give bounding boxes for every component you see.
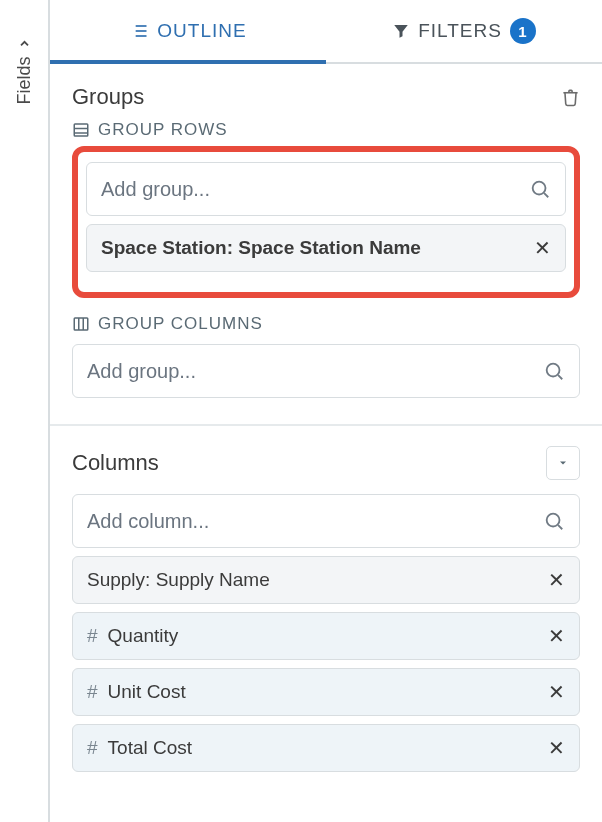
tab-filters-label: FILTERS <box>418 20 502 42</box>
groups-title: Groups <box>72 84 144 110</box>
group-rows-label: GROUP ROWS <box>98 120 228 140</box>
column-pill-label: Unit Cost <box>108 681 186 703</box>
remove-group-row-icon[interactable]: ✕ <box>534 236 551 260</box>
tab-outline[interactable]: OUTLINE <box>50 0 326 62</box>
columns-dropdown-button[interactable] <box>546 446 580 480</box>
add-group-columns-input[interactable] <box>87 360 543 383</box>
svg-rect-11 <box>74 318 88 330</box>
group-row-pill[interactable]: Space Station: Space Station Name ✕ <box>86 224 566 272</box>
column-pill[interactable]: # Total Cost ✕ <box>72 724 580 772</box>
column-pill[interactable]: Supply: Supply Name ✕ <box>72 556 580 604</box>
svg-line-15 <box>558 375 562 379</box>
search-icon <box>529 178 551 200</box>
add-column-input[interactable] <box>87 510 543 533</box>
number-type-icon: # <box>87 681 98 703</box>
column-pill[interactable]: # Quantity ✕ <box>72 612 580 660</box>
svg-line-17 <box>558 525 562 529</box>
column-pill-label: Quantity <box>108 625 179 647</box>
add-group-columns-input-row[interactable] <box>72 344 580 398</box>
group-rows-label-row: GROUP ROWS <box>72 120 580 140</box>
svg-point-14 <box>547 364 560 377</box>
filter-icon <box>392 22 410 40</box>
number-type-icon: # <box>87 625 98 647</box>
outline-icon <box>129 21 149 41</box>
remove-column-icon[interactable]: ✕ <box>548 624 565 648</box>
column-pill-label: Total Cost <box>108 737 192 759</box>
group-rows-highlight: Space Station: Space Station Name ✕ <box>72 146 580 298</box>
tab-outline-label: OUTLINE <box>157 20 246 42</box>
group-columns-label: GROUP COLUMNS <box>98 314 263 334</box>
fields-side-tab[interactable]: Fields <box>0 0 50 822</box>
search-icon <box>543 360 565 382</box>
columns-icon <box>72 315 90 333</box>
add-group-rows-input-row[interactable] <box>86 162 566 216</box>
number-type-icon: # <box>87 737 98 759</box>
columns-title: Columns <box>72 450 159 476</box>
panel-tabs: OUTLINE FILTERS 1 <box>50 0 602 64</box>
group-row-pill-label: Space Station: Space Station Name <box>101 237 421 259</box>
rows-icon <box>72 121 90 139</box>
section-divider <box>50 424 602 426</box>
add-column-input-row[interactable] <box>72 494 580 548</box>
svg-point-9 <box>533 182 546 195</box>
column-pill[interactable]: # Unit Cost ✕ <box>72 668 580 716</box>
fields-tab-label: Fields <box>14 56 35 104</box>
remove-column-icon[interactable]: ✕ <box>548 736 565 760</box>
svg-line-10 <box>544 193 548 197</box>
tab-filters[interactable]: FILTERS 1 <box>326 0 602 62</box>
caret-down-icon <box>557 457 569 469</box>
remove-column-icon[interactable]: ✕ <box>548 568 565 592</box>
remove-column-icon[interactable]: ✕ <box>548 680 565 704</box>
trash-icon[interactable] <box>561 88 580 107</box>
filters-count-badge: 1 <box>510 18 536 44</box>
chevron-right-icon <box>17 36 31 50</box>
svg-point-16 <box>547 514 560 527</box>
svg-rect-6 <box>74 124 88 136</box>
group-columns-label-row: GROUP COLUMNS <box>72 314 580 334</box>
column-pill-label: Supply: Supply Name <box>87 569 270 591</box>
add-group-rows-input[interactable] <box>101 178 529 201</box>
search-icon <box>543 510 565 532</box>
